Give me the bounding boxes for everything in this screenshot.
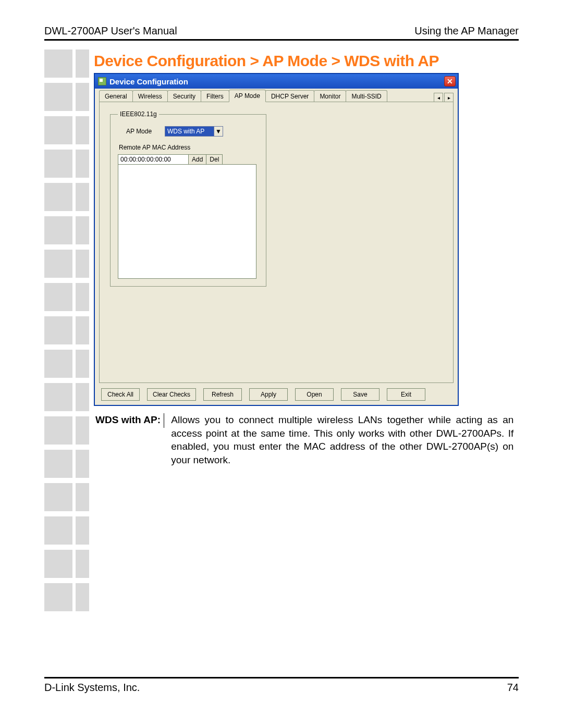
mac-address-listbox[interactable] (118, 164, 256, 279)
tab-strip: General Wireless Security Filters AP Mod… (99, 89, 454, 102)
device-configuration-window: Device Configuration ✕ General Wireless … (94, 73, 459, 406)
tab-multi-ssid[interactable]: Multi-SSID (346, 90, 387, 102)
tab-dhcp-server[interactable]: DHCP Server (265, 90, 314, 102)
ap-mode-dropdown[interactable]: WDS with AP ▼ (165, 126, 223, 137)
footer-left: D-Link Systems, Inc. (44, 682, 140, 694)
ap-mode-label: AP Mode (118, 128, 165, 135)
tab-general[interactable]: General (99, 90, 133, 102)
page-footer: D-Link Systems, Inc. 74 (44, 677, 519, 693)
description-text: Allows you to connect multiple wireless … (167, 413, 513, 467)
ieee80211g-groupbox: IEEE802.11g AP Mode WDS with AP ▼ Remote… (110, 110, 266, 287)
description-block: WDS with AP: Allows you to connect multi… (94, 413, 519, 467)
tab-panel-ap-mode: IEEE802.11g AP Mode WDS with AP ▼ Remote… (99, 102, 454, 383)
mac-address-input[interactable] (118, 154, 189, 165)
check-all-button[interactable]: Check All (101, 388, 140, 401)
window-button-row: Check All Clear Checks Refresh Apply Ope… (99, 388, 454, 401)
window-titlebar[interactable]: Device Configuration ✕ (95, 74, 458, 89)
window-app-icon (98, 77, 106, 85)
tab-security[interactable]: Security (167, 90, 201, 102)
footer-right: 74 (507, 682, 519, 694)
apply-button[interactable]: Apply (249, 388, 288, 401)
header-right: Using the AP Manager (414, 25, 519, 37)
groupbox-legend: IEEE802.11g (118, 110, 159, 118)
tab-scroll-right-icon[interactable]: ▸ (444, 93, 454, 102)
decorative-squares (44, 50, 89, 616)
clear-checks-button[interactable]: Clear Checks (147, 388, 196, 401)
breadcrumb: Device Configuration > AP Mode > WDS wit… (94, 52, 519, 70)
open-button[interactable]: Open (295, 388, 334, 401)
add-button[interactable]: Add (188, 154, 206, 165)
page-header: DWL-2700AP User's Manual Using the AP Ma… (44, 25, 519, 41)
header-left: DWL-2700AP User's Manual (44, 25, 177, 37)
refresh-button[interactable]: Refresh (203, 388, 242, 401)
chevron-down-icon: ▼ (214, 127, 223, 136)
del-button[interactable]: Del (206, 154, 223, 165)
tab-ap-mode[interactable]: AP Mode (229, 90, 266, 102)
window-title: Device Configuration (109, 77, 444, 86)
description-label: WDS with AP: (94, 413, 164, 428)
tab-filters[interactable]: Filters (201, 90, 229, 102)
tab-monitor[interactable]: Monitor (314, 90, 346, 102)
tab-wireless[interactable]: Wireless (132, 90, 168, 102)
exit-button[interactable]: Exit (387, 388, 425, 401)
save-button[interactable]: Save (341, 388, 380, 401)
close-icon[interactable]: ✕ (444, 76, 456, 87)
tab-scroll-left-icon[interactable]: ◂ (434, 93, 443, 102)
ap-mode-value: WDS with AP (167, 128, 204, 135)
remote-mac-label: Remote AP MAC Address (119, 144, 259, 151)
